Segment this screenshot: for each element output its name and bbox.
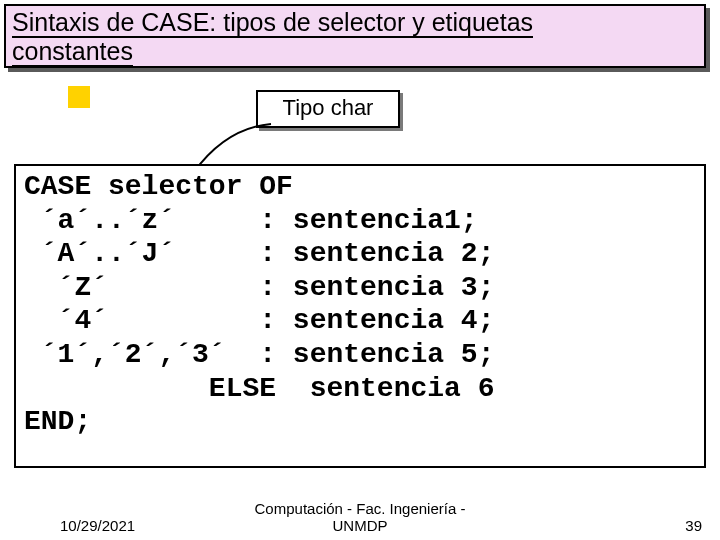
code-line: CASE selector OF <box>24 171 293 202</box>
code-box: CASE selector OF ´a´..´z´ : sentencia1; … <box>14 164 706 468</box>
code-line: ´1´,´2´,´3´ : sentencia 5; <box>24 339 494 370</box>
code-line: ´A´..´J´ : sentencia 2; <box>24 238 494 269</box>
code-line: END; <box>24 406 91 437</box>
bullet-square <box>68 86 90 108</box>
code-content: CASE selector OF ´a´..´z´ : sentencia1; … <box>24 170 696 439</box>
code-line: ´Z´ : sentencia 3; <box>24 272 494 303</box>
title-line2: constantes <box>12 37 133 67</box>
footer-center: Computación - Fac. Ingeniería - UNMDP <box>0 500 720 535</box>
code-line: ´4´ : sentencia 4; <box>24 305 494 336</box>
type-label: Tipo char <box>256 90 400 128</box>
code-line: ´a´..´z´ : sentencia1; <box>24 205 478 236</box>
footer-center-line2: UNMDP <box>333 517 388 534</box>
title-box: Sintaxis de CASE: tipos de selector y et… <box>4 4 706 68</box>
title-line1: Sintaxis de CASE: tipos de selector y et… <box>12 8 533 38</box>
slide-title: Sintaxis de CASE: tipos de selector y et… <box>12 8 698 66</box>
code-line: ELSE sentencia 6 <box>24 373 494 404</box>
footer-page-number: 39 <box>685 517 702 534</box>
footer-center-line1: Computación - Fac. Ingeniería - <box>255 500 466 517</box>
